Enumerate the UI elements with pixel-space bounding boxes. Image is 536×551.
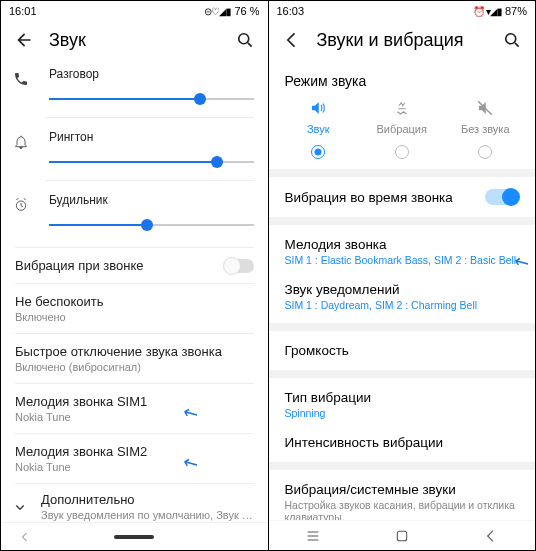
talk-label: Разговор	[49, 67, 254, 81]
status-bar: 16:01 ⊝♡◢▮ 76 %	[1, 1, 268, 21]
mode-vibration-radio[interactable]	[395, 145, 409, 159]
nav-home-pill[interactable]	[114, 535, 154, 539]
nav-recents-icon[interactable]	[305, 528, 321, 544]
talk-slider[interactable]	[49, 89, 254, 109]
system-title: Вибрация/системные звуки	[285, 482, 520, 497]
bell-icon	[13, 134, 31, 150]
volume-row[interactable]: Громкость	[269, 331, 536, 370]
vibrate-on-call-title: Вибрация при звонке	[15, 258, 224, 273]
nav-home-icon[interactable]	[394, 528, 410, 544]
vibrate-ring-toggle[interactable]	[485, 189, 519, 205]
status-battery: 76 %	[234, 5, 259, 17]
volume-title: Громкость	[285, 343, 520, 358]
svg-point-0	[238, 34, 248, 44]
chevron-down-icon	[11, 498, 29, 516]
vibration-type-row[interactable]: Тип вибрации Spinning	[269, 378, 536, 431]
vib-intensity-title: Интенсивность вибрации	[285, 435, 520, 450]
sim2-sub: Nokia Tune	[15, 461, 254, 473]
ringtone-sub: SIM 1 : Elastic Bookmark Bass, SIM 2 : B…	[285, 254, 520, 266]
quick-mute-row[interactable]: Быстрое отключение звука звонка Включено…	[1, 334, 268, 383]
sim1-sub: Nokia Tune	[15, 411, 254, 423]
ringtone-title: Мелодия звонка	[285, 237, 520, 252]
ringtone-row[interactable]: Мелодия звонка SIM 1 : Elastic Bookmark …	[269, 225, 536, 278]
system-sounds-row[interactable]: Вибрация/системные звуки Настройка звуко…	[269, 470, 536, 520]
dnd-sub: Включено	[15, 311, 254, 323]
sim1-title: Мелодия звонка SIM1	[15, 394, 254, 409]
mode-vibration-label: Вибрация	[360, 123, 444, 135]
alarm-icon	[13, 197, 31, 213]
mode-silent-radio[interactable]	[478, 145, 492, 159]
nav-back-icon[interactable]	[483, 528, 499, 544]
notif-sub: SIM 1 : Daydream, SIM 2 : Charming Bell	[285, 299, 520, 311]
svg-rect-6	[397, 531, 406, 540]
vibrate-while-ringing-row[interactable]: Вибрация во время звонка	[269, 177, 536, 217]
notif-title: Звук уведомлений	[285, 282, 520, 297]
sim2-title: Мелодия звонка SIM2	[15, 444, 254, 459]
nav-back-icon[interactable]	[19, 531, 31, 543]
quick-mute-title: Быстрое отключение звука звонка	[15, 344, 254, 359]
search-button[interactable]	[501, 29, 523, 51]
mute-icon	[444, 99, 528, 119]
phone-icon	[13, 71, 31, 87]
alarm-label: Будильник	[49, 193, 254, 207]
mode-silent[interactable]: Без звука	[444, 99, 528, 159]
speaker-icon	[277, 99, 361, 119]
sound-mode-section: Режим звука	[269, 59, 536, 99]
page-title: Звук	[49, 30, 220, 51]
back-button[interactable]	[13, 29, 35, 51]
navigation-bar	[1, 522, 268, 550]
vibrate-ring-title: Вибрация во время звонка	[285, 190, 486, 205]
page-title: Звуки и вибрация	[317, 30, 488, 51]
status-bar: 16:03 ⏰ ▾◢▮ 87%	[269, 1, 536, 21]
svg-line-4	[515, 43, 519, 47]
notification-sound-row[interactable]: Звук уведомлений SIM 1 : Daydream, SIM 2…	[269, 278, 536, 323]
status-time: 16:03	[277, 5, 474, 17]
more-row[interactable]: Дополнительно Звук уведомления по умолча…	[1, 484, 268, 522]
vib-type-sub: Spinning	[285, 407, 520, 419]
search-button[interactable]	[234, 29, 256, 51]
vibrate-on-call-row[interactable]: Вибрация при звонке	[1, 248, 268, 283]
dnd-title: Не беспокоить	[15, 294, 254, 309]
alarm-slider[interactable]	[49, 215, 254, 235]
vibrate-icon	[360, 99, 444, 119]
navigation-bar	[269, 520, 536, 550]
mode-vibration[interactable]: Вибрация	[360, 99, 444, 159]
svg-point-3	[506, 34, 516, 44]
svg-line-1	[247, 43, 251, 47]
more-title: Дополнительно	[41, 492, 254, 507]
ringtone-slider[interactable]	[49, 152, 254, 172]
dnd-row[interactable]: Не беспокоить Включено	[1, 284, 268, 333]
status-icons: ⏰ ▾◢▮	[473, 6, 502, 17]
status-icons: ⊝♡◢▮	[204, 6, 231, 17]
back-button[interactable]	[281, 29, 303, 51]
vib-type-title: Тип вибрации	[285, 390, 520, 405]
mode-sound-radio[interactable]	[311, 145, 325, 159]
vibration-intensity-row[interactable]: Интенсивность вибрации	[269, 431, 536, 462]
sim1-ringtone-row[interactable]: Мелодия звонка SIM1 Nokia Tune ↖	[1, 384, 268, 433]
mode-sound[interactable]: Звук	[277, 99, 361, 159]
quick-mute-sub: Включено (вибросигнал)	[15, 361, 254, 373]
more-sub: Звук уведомления по умолчанию, Звук буди…	[41, 509, 254, 521]
mode-sound-label: Звук	[277, 123, 361, 135]
sim2-ringtone-row[interactable]: Мелодия звонка SIM2 Nokia Tune ↖	[1, 434, 268, 483]
system-sub: Настройка звуков касания, вибрации и отк…	[285, 499, 520, 520]
status-battery: 87%	[505, 5, 527, 17]
mode-silent-label: Без звука	[444, 123, 528, 135]
vibrate-on-call-toggle[interactable]	[224, 259, 254, 273]
ringtone-label: Рингтон	[49, 130, 254, 144]
status-time: 16:01	[9, 5, 204, 17]
